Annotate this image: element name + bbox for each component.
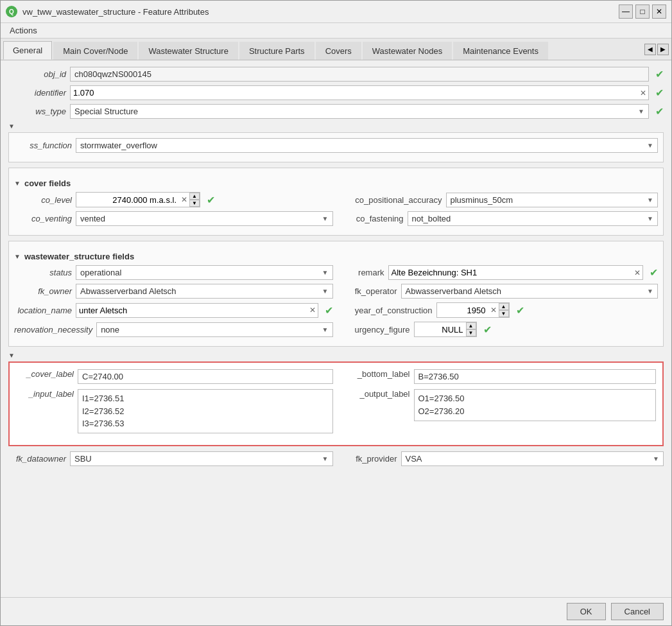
- ss-function-section: ▼ ss_function stormwater_overflow ▼: [8, 123, 664, 162]
- co-level-input-container: ✕ ▲ ▼: [76, 192, 200, 207]
- co-level-input[interactable]: [76, 193, 179, 207]
- identifier-label: identifier: [8, 88, 66, 98]
- remark-input[interactable]: [389, 266, 633, 279]
- status-label: status: [14, 268, 72, 277]
- obj-id-check-icon: ✔: [655, 68, 664, 80]
- co-level-spin-up[interactable]: ▲: [189, 193, 200, 200]
- wastewater-fields-collapse-icon[interactable]: ▼: [14, 253, 21, 260]
- tabs-container: General Main Cover/Node Wastewater Struc…: [1, 39, 671, 60]
- tab-maintenance-events[interactable]: Maintenance Events: [453, 42, 548, 60]
- cover-label-row: _cover_label C=2740.00: [16, 369, 333, 384]
- location-name-input-container: ✕: [76, 303, 318, 318]
- urgency-figure-check-icon: ✔: [483, 324, 492, 336]
- ss-function-arrow-icon: ▼: [647, 142, 653, 149]
- output-label-label: _output_label: [340, 389, 410, 399]
- identifier-clear-button[interactable]: ✕: [638, 89, 648, 98]
- ws-type-arrow-icon: ▼: [638, 108, 644, 115]
- urgency-figure-spin-up[interactable]: ▲: [466, 322, 476, 329]
- ss-function-row: ss_function stormwater_overflow ▼: [14, 138, 658, 153]
- bottom-bar: OK Cancel: [1, 597, 671, 625]
- actions-menu[interactable]: Actions: [6, 24, 41, 37]
- ok-button[interactable]: OK: [567, 603, 606, 620]
- co-level-spinner: ▲ ▼: [189, 193, 200, 207]
- main-window: Q vw_tww_wastewater_structure - Feature …: [0, 0, 672, 626]
- identifier-input-container: ✕: [70, 85, 649, 100]
- co-level-label: co_level: [14, 195, 72, 205]
- fk-provider-label: fk_provider: [340, 454, 397, 464]
- cover-fields-header: ▼ cover fields: [14, 178, 658, 188]
- ws-type-value: Special Structure: [74, 107, 138, 116]
- urgency-figure-spin-down[interactable]: ▼: [466, 329, 476, 336]
- fk-operator-label: fk_operator: [340, 286, 397, 296]
- tab-scroll-right[interactable]: ▶: [657, 44, 669, 55]
- menu-bar: Actions: [1, 23, 671, 39]
- year-construction-spin-down[interactable]: ▼: [499, 310, 509, 317]
- fk-provider-dropdown[interactable]: VSA ▼: [401, 451, 664, 466]
- tab-scroll-left[interactable]: ◀: [644, 44, 656, 55]
- co-venting-dropdown[interactable]: vented ▼: [76, 211, 333, 226]
- identifier-check-icon: ✔: [655, 87, 664, 99]
- fk-provider-value: VSA: [406, 454, 422, 464]
- obj-id-row: obj_id ch080qwzNS000145 ✔: [8, 67, 664, 82]
- urgency-figure-label: urgency_figure: [340, 325, 410, 335]
- year-construction-spin-up[interactable]: ▲: [499, 303, 509, 310]
- urgency-figure-input-container: ▲ ▼: [414, 322, 477, 337]
- wastewater-fields-section: ▼ wastewater_structure fields status ope…: [8, 241, 664, 347]
- co-positional-dropdown[interactable]: plusminus_50cm ▼: [446, 193, 659, 207]
- labels-collapse-icon[interactable]: ▼: [8, 352, 15, 359]
- status-arrow-icon: ▼: [322, 269, 329, 276]
- tab-structure-parts[interactable]: Structure Parts: [239, 42, 314, 60]
- dataowner-provider-row: fk_dataowner SBU ▼ fk_provider VSA ▼: [8, 451, 664, 470]
- cover-label-value: C=2740.00: [78, 369, 333, 384]
- year-construction-clear-button[interactable]: ✕: [488, 306, 499, 315]
- location-name-clear-button[interactable]: ✕: [307, 306, 318, 315]
- tab-covers[interactable]: Covers: [316, 42, 361, 60]
- co-positional-label: co_positional_accuracy: [340, 195, 442, 205]
- year-construction-label: year_of_construction: [340, 306, 433, 315]
- cover-fields-collapse-icon[interactable]: ▼: [14, 180, 21, 187]
- co-positional-value: plusminus_50cm: [451, 195, 513, 205]
- remark-row: remark ✕ ✔: [340, 265, 659, 280]
- ws-type-label: ws_type: [8, 107, 66, 116]
- remark-check-icon: ✔: [650, 266, 658, 279]
- co-positional-arrow-icon: ▼: [647, 196, 653, 204]
- input-label-value: I1=2736.51I2=2736.52I3=2736.53: [78, 389, 333, 433]
- renovation-necessity-label: renovation_necessity: [14, 325, 92, 335]
- window-controls: — □ ✕: [619, 4, 666, 19]
- window-title: vw_tww_wastewater_structure - Feature At…: [22, 7, 614, 17]
- minimize-button[interactable]: —: [619, 4, 633, 19]
- close-button[interactable]: ✕: [652, 4, 666, 19]
- location-name-input[interactable]: [76, 304, 307, 317]
- tab-general[interactable]: General: [3, 41, 52, 60]
- fk-owner-dropdown[interactable]: Abwasserverband Aletsch ▼: [76, 284, 333, 299]
- tab-wastewater-structure[interactable]: Wastewater Structure: [139, 42, 238, 60]
- maximize-button[interactable]: □: [635, 4, 650, 19]
- fk-owner-label: fk_owner: [14, 286, 72, 296]
- remark-clear-button[interactable]: ✕: [632, 268, 642, 277]
- ss-function-dropdown[interactable]: stormwater_overflow ▼: [76, 138, 658, 153]
- year-construction-row: year_of_construction ✕ ▲ ▼ ✔: [340, 302, 659, 318]
- identifier-input[interactable]: [71, 86, 638, 100]
- location-name-row: location_name ✕ ✔: [14, 302, 333, 318]
- status-dropdown[interactable]: operational ▼: [76, 265, 333, 280]
- co-fastening-row: co_fastening not_bolted ▼: [340, 211, 659, 226]
- renovation-necessity-dropdown[interactable]: none ▼: [96, 322, 332, 337]
- year-construction-input[interactable]: [437, 304, 488, 317]
- co-level-clear-button[interactable]: ✕: [179, 195, 189, 204]
- status-row: status operational ▼: [14, 265, 333, 280]
- fk-dataowner-dropdown[interactable]: SBU ▼: [70, 451, 333, 466]
- ss-function-value: stormwater_overflow: [80, 141, 157, 150]
- cancel-button[interactable]: Cancel: [611, 603, 664, 620]
- fk-operator-dropdown[interactable]: Abwasserverband Aletsch ▼: [401, 284, 659, 299]
- co-level-check-icon: ✔: [207, 194, 215, 206]
- status-value: operational: [80, 268, 121, 277]
- urgency-figure-input[interactable]: [415, 323, 466, 336]
- renovation-necessity-value: none: [101, 325, 119, 335]
- ws-type-dropdown[interactable]: Special Structure ▼: [70, 104, 649, 119]
- fk-dataowner-value: SBU: [74, 454, 92, 464]
- co-level-spin-down[interactable]: ▼: [189, 200, 200, 207]
- ss-function-collapse-icon[interactable]: ▼: [8, 123, 15, 130]
- tab-wastewater-nodes[interactable]: Wastewater Nodes: [363, 42, 452, 60]
- tab-main-cover-node[interactable]: Main Cover/Node: [53, 42, 137, 60]
- co-fastening-dropdown[interactable]: not_bolted ▼: [408, 211, 659, 226]
